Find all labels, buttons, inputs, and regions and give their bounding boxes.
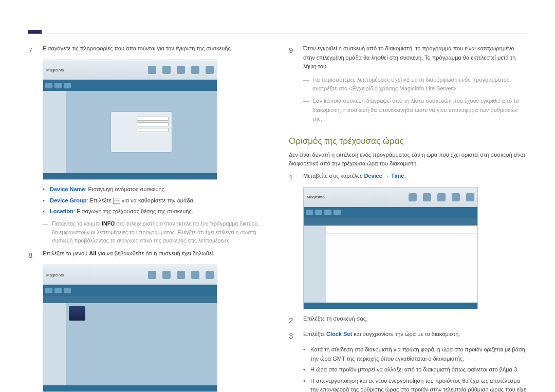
nav-icon [206, 271, 214, 279]
header-rule [28, 33, 527, 33]
nav-icon [466, 193, 474, 201]
table-header [43, 296, 217, 303]
nav-icon [162, 271, 171, 279]
text: Επιλέξτε [303, 331, 326, 337]
toolbar-button [324, 210, 331, 215]
text: για να βεβαιωθείτε ότι η συσκευή έχει δη… [96, 250, 214, 256]
nav-icon [437, 193, 446, 201]
text: και συγχρονίστε την ώρα με το διακομιστή… [352, 331, 460, 337]
toolbar [43, 285, 217, 296]
table-row [326, 226, 477, 234]
right-column: 9 Όταν εγκριθεί η συσκευή από το διακομι… [289, 41, 527, 392]
screenshot-device-list: MagicInfo [43, 265, 217, 392]
field-text: : Εισαγωγή ονόματος συσκευής. [85, 186, 166, 192]
nav-icon [191, 271, 199, 279]
toolbar-button [64, 83, 71, 88]
header-icons [148, 66, 214, 74]
step-number: 8 [28, 249, 35, 262]
screenshot-time-tab: MagicInfo [303, 187, 478, 309]
nav-icon [409, 193, 417, 201]
ellipsis-button-icon [113, 198, 120, 204]
toolbar-button [54, 288, 62, 293]
nav-icon [177, 271, 185, 279]
nav-icon [191, 66, 199, 74]
step-text: Επιλέξτε τη συσκευή σας. [303, 314, 527, 327]
field-text: : Εισαγωγή της τρέχουσας θέσης της συσκε… [73, 208, 193, 214]
time-notes-list: Κατά τη σύνδεση στο διακομιστή για πρώτη… [303, 345, 527, 392]
left-column: 7 Εισαγάγετε τις πληροφορίες που απαιτού… [28, 41, 266, 392]
step-text: Επιλέξτε Clock Set και συγχρονίστε την ώ… [303, 330, 527, 342]
toolbar-button [45, 288, 52, 293]
nav-icon [162, 66, 171, 74]
device-tab-label: Device [364, 173, 382, 179]
step-8: 8 Επιλέξτε το μενού All για να βεβαιωθεί… [28, 249, 266, 262]
step-number: 3 [289, 330, 296, 342]
nav-icon [148, 66, 156, 74]
toolbar [304, 207, 477, 218]
section-heading: Ορισμός της τρέχουσας ώρας [289, 136, 527, 146]
list-item: Device Group: Επιλέξτε για να καθορίσετε… [43, 196, 266, 206]
sidebar [304, 226, 326, 303]
shot-footer [43, 173, 217, 179]
step-text: Εισαγάγετε τις πληροφορίες που απαιτούντ… [43, 44, 266, 57]
note-text: Πατώντας το κουμπί [52, 220, 102, 227]
header-icons [148, 271, 214, 279]
header-icons [409, 193, 474, 201]
info-label: INFO [102, 220, 115, 227]
all-label: All [89, 250, 96, 256]
main-area [66, 91, 217, 173]
step-7: 7 Εισαγάγετε τις πληροφορίες που απαιτού… [28, 44, 266, 57]
step-text: Μεταβείτε στις καρτέλες Device → Time. [303, 172, 527, 184]
note-item: Για περισσότερες λεπτομέρειες σχετικά με… [303, 76, 527, 94]
field-text: για να καθορίσετε την ομάδα. [120, 197, 195, 203]
nav-icon [206, 66, 214, 74]
toolbar-button [54, 83, 62, 88]
notes-list: Για περισσότερες λεπτομέρειες σχετικά με… [303, 76, 527, 124]
list-item: Κατά τη σύνδεση στο διακομιστή για πρώτη… [303, 345, 527, 363]
toolbar-button [306, 210, 313, 215]
list-item: Η ώρα στο προϊόν μπορεί να αλλάξει από τ… [303, 365, 527, 375]
toolbar-button [334, 210, 341, 215]
step-number: 7 [28, 44, 35, 57]
sidebar [43, 91, 66, 173]
toolbar-button [45, 83, 52, 88]
field-label: Device Name [50, 186, 85, 192]
app-logo: MagicInfo [307, 195, 325, 199]
field-text: : Επιλέξτε [87, 197, 113, 203]
main-area [326, 226, 477, 303]
app-logo: MagicInfo [46, 68, 64, 72]
field-label: Location [50, 208, 73, 214]
nav-icon [177, 66, 185, 74]
text: Επιλέξτε το μενού [43, 250, 89, 256]
sidebar [43, 303, 66, 385]
toolbar-button [315, 210, 322, 215]
toolbar [43, 80, 217, 91]
step-text: Επιλέξτε το μενού All για να βεβαιωθείτε… [43, 249, 266, 262]
device-thumbnail [69, 306, 85, 321]
shot-footer [304, 303, 477, 309]
step-9: 9 Όταν εγκριθεί η συσκευή από το διακομι… [289, 44, 527, 71]
toolbar-button [64, 288, 71, 293]
clock-set-label: Clock Set [326, 331, 352, 337]
device-field-list: Device Name: Εισαγωγή ονόματος συσκευής.… [43, 185, 266, 216]
arrow: → [382, 173, 391, 179]
section-intro: Δεν είναι δυνατή η εκτέλεση ενός προγράμ… [289, 151, 527, 169]
nav-icon [452, 193, 460, 201]
nav-icon [423, 193, 431, 201]
step-number: 1 [289, 172, 296, 184]
list-item: Location: Εισαγωγή της τρέχουσας θέσης τ… [43, 207, 266, 216]
note-info-button: Πατώντας το κουμπί INFO στο τηλεχειριστή… [43, 219, 266, 245]
step-number: 2 [289, 314, 296, 327]
table-header [304, 218, 477, 226]
list-item: Device Name: Εισαγωγή ονόματος συσκευής. [43, 185, 266, 194]
text: . [404, 173, 405, 179]
step-text: Όταν εγκριθεί η συσκευή από το διακομιστ… [303, 44, 527, 71]
time-tab-label: Time [391, 173, 404, 179]
screenshot-approval: MagicInfo [43, 60, 217, 180]
approval-dialog [110, 111, 172, 153]
shot-footer [43, 385, 217, 391]
list-item: Η απενεργοποίηση και εκ νέου ενεργοποίησ… [303, 377, 527, 392]
step-1: 1 Μεταβείτε στις καρτέλες Device → Time. [289, 172, 527, 184]
step-number: 9 [289, 44, 296, 71]
field-label: Device Group [50, 197, 87, 203]
